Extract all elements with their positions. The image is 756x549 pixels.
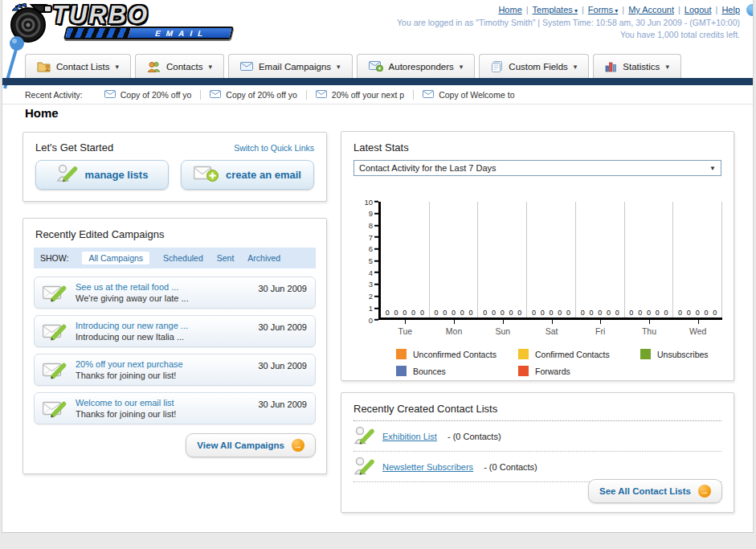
y-axis-tick: 4 xyxy=(369,268,378,277)
arrow-right-icon: → xyxy=(292,439,304,452)
header-link-templates[interactable]: Templates ▾ xyxy=(533,5,578,14)
header-link-help[interactable]: Help xyxy=(721,5,740,14)
header-meta: Home|Templates ▾|Forms ▾|My Account|Logo… xyxy=(397,4,740,41)
stats-period-value: Contact Activity for the Last 7 Days xyxy=(359,163,497,173)
turbo-email-logo: TURBO EMAIL xyxy=(9,3,232,48)
campaign-title-link[interactable]: Introducing our new range ... xyxy=(76,320,250,331)
manage-lists-icon xyxy=(56,163,78,186)
header-link-home[interactable]: Home xyxy=(498,5,521,14)
tab-email-campaigns[interactable]: Email Campaigns▾ xyxy=(228,54,353,78)
legend-label: Bounces xyxy=(413,367,446,376)
campaign-item[interactable]: See us at the retail food ...We're givin… xyxy=(34,277,316,309)
x-axis-label: Tue xyxy=(381,320,430,336)
see-all-contact-lists-button[interactable]: See All Contact Lists → xyxy=(588,479,722,503)
stats-period-select[interactable]: Contact Activity for the Last 7 Days ▼ xyxy=(353,160,721,176)
contact-lists-panel: Recently Created Contact Lists Exhibitio… xyxy=(341,392,734,513)
chart-day-column: 00000 xyxy=(625,202,674,318)
tab-autoresponders[interactable]: Autoresponders▾ xyxy=(357,54,476,78)
header-link-forms[interactable]: Forms ▾ xyxy=(588,5,618,14)
credits-status: You have 1,000 total credits left. xyxy=(397,29,740,41)
create-email-button[interactable]: create an email xyxy=(181,160,314,190)
campaign-item[interactable]: Welcome to our email listThanks for join… xyxy=(34,392,316,424)
chart-plot: 00000000000000000000000000000000000 xyxy=(378,202,722,320)
contact-list-link[interactable]: Exhibition List xyxy=(382,432,437,441)
header-link-logout[interactable]: Logout xyxy=(684,5,712,14)
legend-entry: Bounces xyxy=(396,366,518,376)
chart-y-axis: 012345678910 xyxy=(358,202,378,320)
campaigns-panel: Recently Edited Campaigns SHOW: All Camp… xyxy=(22,218,327,474)
campaign-title-link[interactable]: See us at the retail food ... xyxy=(76,281,250,293)
legend-swatch xyxy=(640,349,651,359)
campaign-subtitle: Thanks for joining our list! xyxy=(76,408,250,420)
campaigns-title: Recently Edited Campaigns xyxy=(23,219,326,248)
chart-value-labels: 00000 xyxy=(527,309,575,317)
campaign-subtitle: We're giving away our late ... xyxy=(76,293,250,304)
chart-value: 0 xyxy=(386,309,390,317)
envelope-edit-icon xyxy=(43,282,67,304)
tab-statistics[interactable]: Statistics▾ xyxy=(593,54,681,78)
filter-archived[interactable]: Archived xyxy=(247,253,280,263)
nav-tabs: Contact Lists▾Contacts▾Email Campaigns▾A… xyxy=(2,53,753,78)
contact-list-link[interactable]: Newsletter Subscribers xyxy=(382,462,473,472)
chevron-down-icon: ▾ xyxy=(208,63,212,71)
campaign-title-link[interactable]: 20% off your next purchase xyxy=(76,358,250,370)
chart-value: 0 xyxy=(647,309,651,317)
chart-value: 0 xyxy=(696,309,700,317)
header-link-my-account[interactable]: My Account xyxy=(628,5,674,14)
contact-list-count: - (0 Contacts) xyxy=(445,432,501,441)
campaign-item[interactable]: Introducing our new range ...Introducing… xyxy=(34,315,316,347)
chevron-down-icon: ▾ xyxy=(460,63,464,71)
chart-value: 0 xyxy=(687,309,691,317)
chevron-down-icon: ▾ xyxy=(574,63,578,71)
chart-day-column: 00000 xyxy=(527,202,576,318)
recent-activity-link[interactable]: Copy of 20% off yo xyxy=(226,90,297,100)
create-email-label: create an email xyxy=(226,169,301,181)
header-links: Home|Templates ▾|Forms ▾|My Account|Logo… xyxy=(397,4,740,17)
filter-sent[interactable]: Sent xyxy=(217,253,235,263)
chart-value: 0 xyxy=(704,309,708,317)
person-edit-icon xyxy=(353,425,374,447)
see-all-contact-lists-label: See All Contact Lists xyxy=(599,486,691,496)
recent-activity-link[interactable]: Copy of 20% off yo xyxy=(121,90,192,100)
envelope-icon xyxy=(104,90,116,100)
create-email-icon xyxy=(194,165,219,185)
get-started-panel: Let's Get Started Switch to Quick Links … xyxy=(22,132,327,202)
filter-scheduled[interactable]: Scheduled xyxy=(163,253,203,263)
view-all-campaigns-button[interactable]: View All Campaigns → xyxy=(186,433,316,457)
tab-custom-fields[interactable]: Custom Fields▾ xyxy=(479,54,589,78)
recent-activity-link[interactable]: 20% off your next p xyxy=(332,90,404,100)
y-axis-tick: 7 xyxy=(369,233,378,241)
chart-value: 0 xyxy=(501,309,505,317)
autoresponders-envelope-icon xyxy=(369,61,383,72)
chart-value: 0 xyxy=(541,309,545,317)
person-edit-icon xyxy=(353,456,374,477)
tab-contacts[interactable]: Contacts▾ xyxy=(135,54,224,78)
tab-contact-lists[interactable]: Contact Lists▾ xyxy=(25,54,131,78)
switch-quick-links-link[interactable]: Switch to Quick Links xyxy=(234,143,314,153)
chart-value: 0 xyxy=(566,309,570,317)
campaign-title-link[interactable]: Welcome to our email list xyxy=(76,397,250,408)
statistics-bars-icon xyxy=(605,61,617,72)
contact-list-item: Newsletter Subscribers - (0 Contacts) xyxy=(353,452,721,482)
chart-value-labels: 00000 xyxy=(430,309,478,317)
help-bubble-icon[interactable] xyxy=(746,4,754,16)
banner-stripes xyxy=(66,28,131,38)
view-all-campaigns-label: View All Campaigns xyxy=(197,440,284,450)
recent-activity-item: 20% off your next p xyxy=(306,90,413,100)
chart-value: 0 xyxy=(598,309,602,317)
campaign-date: 30 Jun 2009 xyxy=(258,320,307,332)
recent-activity-item: Copy of 20% off yo xyxy=(96,90,201,100)
legend-entry: Unsubscribes xyxy=(640,349,754,359)
envelope-icon xyxy=(210,90,221,100)
filter-all-campaigns[interactable]: All Campaigns xyxy=(82,252,149,264)
latest-stats-panel: Latest Stats Contact Activity for the La… xyxy=(341,131,734,381)
envelope-icon xyxy=(316,90,327,100)
turbo-icon xyxy=(9,3,55,48)
chart-value: 0 xyxy=(509,309,513,317)
chart-value: 0 xyxy=(469,309,473,317)
campaign-item[interactable]: 20% off your next purchaseThanks for joi… xyxy=(34,354,316,386)
legend-entry: Confirmed Contacts xyxy=(518,349,640,359)
manage-lists-button[interactable]: manage lists xyxy=(35,160,169,190)
recent-activity-link[interactable]: Copy of Welcome to xyxy=(439,90,514,100)
chart-value-labels: 00000 xyxy=(478,309,526,317)
